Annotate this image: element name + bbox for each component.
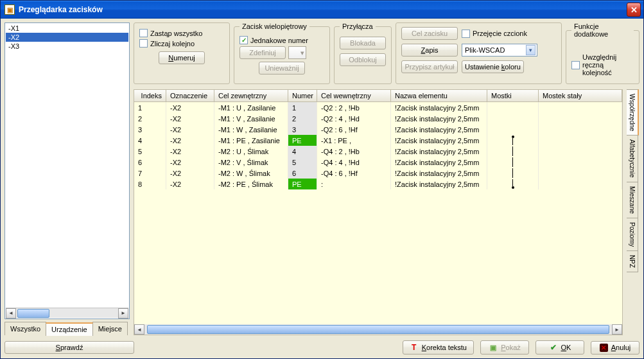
list-horizontal-scrollbar[interactable]: ◄ ► (6, 308, 128, 318)
cell: -M1 : PE , Zasilanie (214, 135, 288, 146)
multilevel-terminal-group: Zacisk wielopiętrowy ✓Jednakowe numer Zd… (234, 22, 330, 84)
cell: !Zacisk instalacyjny 2,5mm (391, 157, 487, 168)
scroll-thumb[interactable] (17, 309, 49, 318)
scroll-left-icon[interactable]: ◄ (6, 308, 16, 319)
table-row[interactable]: 5-X2-M2 : U , Ślimak4-Q4 : 2 , !Hb!Zacis… (134, 146, 622, 157)
invalidate-button[interactable]: Unieważnij (259, 62, 305, 74)
column-header[interactable]: Cel zewnętrzny (214, 90, 288, 102)
extra-functions-group: Funkcje dodatkowe Uwzględnij ręczną kole… (566, 22, 640, 84)
define-button[interactable]: Zdefiniuj (239, 46, 286, 59)
side-tab-2[interactable]: Mieszane (627, 182, 638, 218)
check-button[interactable]: Sprawdź (4, 341, 134, 354)
cell: !Zacisk instalacyjny 2,5mm (391, 102, 487, 113)
side-tab-0[interactable]: Współrzędne (627, 89, 639, 136)
count-next-checkbox[interactable]: Zliczaj kolejno (139, 39, 224, 48)
cell: 5 (288, 157, 317, 168)
show-button[interactable]: ▣ Pokaż (480, 340, 529, 355)
cell: 4 (134, 135, 166, 146)
scroll-right-icon[interactable]: ► (118, 308, 128, 319)
jumper-cell (487, 146, 539, 157)
side-tab-4[interactable]: NPZ (627, 250, 638, 272)
same-numbers-checkbox[interactable]: ✓Jednakowe numer (239, 36, 324, 44)
terminal-list[interactable]: -X1-X2-X3 ◄ ► (4, 22, 130, 319)
cell: -M1 : U , Zasilanie (214, 102, 288, 113)
column-header[interactable]: Oznaczenie (166, 90, 214, 102)
cell: 8 (134, 179, 166, 189)
cell: PE (288, 135, 317, 146)
column-header[interactable]: Mostek stały (539, 90, 622, 102)
cell: 2 (288, 113, 317, 124)
table-row[interactable]: 4-X2-M1 : PE , ZasilaniePE-X1 : PE ,!Zac… (134, 135, 622, 146)
scroll-thumb[interactable] (147, 325, 609, 334)
table-row[interactable]: 7-X2-M2 : W , Ślimak6-Q4 : 6 , !Hf!Zacis… (134, 168, 622, 179)
side-tab-3[interactable]: Poziomy (627, 218, 638, 251)
cell: -X2 (166, 135, 214, 146)
cell: : (317, 179, 391, 189)
cell: -X2 (166, 179, 214, 189)
assign-article-button[interactable]: Przypisz artykuł (401, 60, 458, 73)
tab-wszystko[interactable]: Wszystko (4, 322, 46, 335)
count-next-label: Zliczaj kolejno (150, 40, 195, 48)
table-row[interactable]: 2-X2-M1 : V , Zasilanie2-Q2 : 4 , !Hd!Za… (134, 113, 622, 124)
file-format-value: Plik-WSCAD (465, 46, 505, 54)
color-settings-button[interactable]: Ustawienie koloru (462, 60, 524, 73)
cell (539, 135, 622, 146)
cell (539, 102, 622, 113)
side-tab-1[interactable]: Alfabetycznie (627, 135, 638, 182)
number-button[interactable]: Numeruj (159, 51, 205, 64)
cell: -X2 (166, 102, 214, 113)
terminal-table[interactable]: IndeksOznaczenieCel zewnętrznyNumerCel w… (134, 89, 623, 335)
cancel-button[interactable]: ✕ Anuluj (591, 341, 640, 355)
column-header[interactable]: Nazwa elementu (391, 90, 487, 102)
terminal-goal-button[interactable]: Cel zacisku (401, 27, 458, 40)
tab-urządzenie[interactable]: Urządzenie (46, 322, 93, 336)
window-title: Przeglądarka zacisków (19, 5, 627, 14)
jumper-cell (487, 102, 539, 113)
table-row[interactable]: 1-X2-M1 : U , Zasilanie1-Q2 : 2 , !Hb!Za… (134, 102, 622, 113)
list-item[interactable]: -X2 (6, 33, 128, 42)
column-header[interactable]: Numer (288, 90, 317, 102)
numbering-group: Zastąp wszystko Zliczaj kolejno Numeruj (134, 22, 230, 84)
table-row[interactable]: 3-X2-M1 : W , Zasilanie3-Q2 : 6 , !Hf!Za… (134, 124, 622, 135)
unblock-button[interactable]: Odblokuj (340, 53, 386, 66)
cell (539, 146, 622, 157)
cell: -M1 : V , Zasilanie (214, 113, 288, 124)
cell: -Q4 : 6 , !Hf (317, 168, 391, 179)
table-row[interactable]: 6-X2-M2 : V , Ślimak5-Q4 : 4 , !Hd!Zacis… (134, 157, 622, 168)
check-icon: ✔ (549, 343, 558, 352)
save-button[interactable]: Zapis (401, 44, 458, 57)
file-format-select[interactable]: Plik-WSCAD ▾ (462, 44, 537, 57)
scroll-right-icon[interactable]: ► (612, 324, 622, 335)
table-row[interactable]: 8-X2-M2 : PE , ŚlimakPE:!Zacisk instalac… (134, 179, 622, 189)
manual-order-checkbox[interactable]: Uwzględnij ręczną kolejność (571, 53, 634, 76)
cell: !Zacisk instalacyjny 2,5mm (391, 146, 487, 157)
text-correction-button[interactable]: T Korekta tekstu (403, 340, 474, 355)
column-header[interactable]: Indeks (134, 90, 166, 102)
cell (539, 113, 622, 124)
table-horizontal-scrollbar[interactable]: ◄ ► (134, 324, 622, 335)
jumper-cell (487, 157, 539, 168)
cell: !Zacisk instalacyjny 2,5mm (391, 113, 487, 124)
font-inherit-checkbox[interactable]: Przejęcie czcionk (462, 30, 527, 38)
list-item[interactable]: -X1 (6, 24, 128, 33)
column-header[interactable]: Mostki (487, 90, 539, 102)
cell: 1 (288, 102, 317, 113)
cell (539, 179, 622, 189)
cell: -Q2 : 4 , !Hd (317, 113, 391, 124)
list-item[interactable]: -X3 (6, 42, 128, 51)
cell: 3 (134, 124, 166, 135)
level-dropdown[interactable]: ▾ (288, 46, 306, 59)
preview-icon: ▣ (489, 343, 498, 352)
cell: 2 (134, 113, 166, 124)
tab-miejsce[interactable]: Miejsce (92, 322, 128, 335)
ok-button[interactable]: ✔ OK (535, 340, 584, 355)
cell (539, 157, 622, 168)
cell: 6 (288, 168, 317, 179)
column-header[interactable]: Cel wewnętrzny (317, 90, 391, 102)
close-button[interactable]: ✕ (627, 3, 641, 17)
multilevel-legend: Zacisk wielopiętrowy (239, 22, 309, 30)
replace-all-checkbox[interactable]: Zastąp wszystko (139, 29, 224, 37)
scroll-left-icon[interactable]: ◄ (134, 324, 144, 335)
block-button[interactable]: Blokada (340, 37, 386, 49)
close-icon: ✕ (600, 344, 608, 352)
